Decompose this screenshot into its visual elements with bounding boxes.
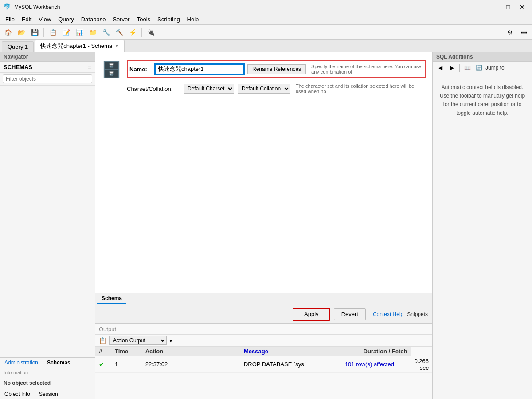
name-row: Name: Rename References Specify the name… xyxy=(127,60,426,78)
sql-nav-icon2[interactable]: 🔄 xyxy=(474,63,484,72)
menu-scripting[interactable]: Scripting xyxy=(154,15,184,23)
schemas-header: SCHEMAS ≡ xyxy=(0,62,95,73)
settings-icon[interactable]: ⚙ xyxy=(504,27,516,38)
toolbar-btn-5[interactable]: 🔧 xyxy=(100,27,112,38)
sql-nav-icon1[interactable]: 📖 xyxy=(462,63,472,72)
menu-query[interactable]: Query xyxy=(55,15,77,23)
output-dropdown-icon[interactable]: ▾ xyxy=(169,337,172,344)
row-time: 22:37:02 xyxy=(142,356,240,373)
menu-bar: File Edit View Query Database Server Too… xyxy=(0,14,532,25)
toolbar-separator-2 xyxy=(141,28,142,37)
schema-db-icon: 🗄️ xyxy=(102,60,121,79)
filter-input[interactable] xyxy=(3,74,92,83)
menu-database[interactable]: Database xyxy=(78,15,110,23)
collation-select[interactable]: Default Collation xyxy=(238,84,290,94)
no-object-label: No object selected xyxy=(0,377,95,389)
schema-top: 🗄️ Name: Rename References Specify the n… xyxy=(100,57,428,98)
charset-select[interactable]: Default Charset xyxy=(184,84,234,94)
apply-button[interactable]: Apply xyxy=(293,308,330,321)
rename-references-button[interactable]: Rename References xyxy=(247,64,306,74)
row-action: DROP DATABASE `sys` xyxy=(240,356,341,373)
col-message: Message xyxy=(240,347,341,356)
output-area: Output 📋 Action Output ▾ # Time Action M… xyxy=(95,324,432,399)
toolbar: 🏠 📂 💾 📋 📝 📊 📁 🔧 🔨 ⚡ 🔌 ⚙ ▪▪▪ xyxy=(0,25,532,40)
output-header: Output xyxy=(95,324,432,335)
layout-buttons[interactable]: ▪▪▪ xyxy=(518,27,530,38)
app-icon: 🐬 xyxy=(4,3,12,11)
row-message: 101 row(s) affected xyxy=(341,356,411,373)
tab-schema[interactable]: 快速念咒chapter1 - Schema ✕ xyxy=(35,40,125,52)
output-divider xyxy=(122,329,425,329)
sql-nav: ◀ ▶ 📖 🔄 Jump to xyxy=(433,62,532,74)
tab-schema-close[interactable]: ✕ xyxy=(115,43,119,49)
col-hash: # xyxy=(95,347,111,356)
menu-file[interactable]: File xyxy=(2,15,18,23)
sql-nav-next[interactable]: ▶ xyxy=(447,63,457,72)
sql-nav-prev[interactable]: ◀ xyxy=(435,63,445,72)
schema-bottom-tabs: Schema xyxy=(95,293,432,305)
schemas-label: SCHEMAS xyxy=(4,64,32,70)
menu-tools[interactable]: Tools xyxy=(133,15,154,23)
row-status: ✔ xyxy=(95,356,111,373)
toolbar-home[interactable]: 🏠 xyxy=(2,27,14,38)
schemas-tab[interactable]: Schemas xyxy=(43,358,75,368)
schema-form: Name: Rename References Specify the name… xyxy=(127,60,426,95)
toolbar-btn-2[interactable]: 📝 xyxy=(60,27,72,38)
sidebar: Navigator SCHEMAS ≡ Administration Schem… xyxy=(0,52,95,399)
menu-help[interactable]: Help xyxy=(184,15,203,23)
charset-label: Charset/Collation: xyxy=(127,86,180,92)
table-row: ✔ 1 22:37:02 DROP DATABASE `sys` 101 row… xyxy=(95,356,432,373)
toolbar-btn-8[interactable]: 🔌 xyxy=(145,27,157,38)
filter-box xyxy=(0,73,95,86)
toolbar-btn-4[interactable]: 📁 xyxy=(86,27,99,38)
jump-to-label: Jump to xyxy=(485,65,505,71)
minimize-button[interactable]: — xyxy=(488,3,500,12)
menu-server[interactable]: Server xyxy=(109,15,133,23)
tab-query1[interactable]: Query 1 xyxy=(2,41,34,52)
menu-view[interactable]: View xyxy=(35,15,55,23)
output-controls: 📋 Action Output ▾ xyxy=(95,335,432,347)
close-button[interactable]: ✕ xyxy=(516,3,528,12)
schemas-menu-icon[interactable]: ≡ xyxy=(88,63,91,70)
output-table: # Time Action Message Duration / Fetch ✔… xyxy=(95,347,432,373)
session-tab[interactable]: Session xyxy=(35,389,63,399)
schema-tab-item[interactable]: Schema xyxy=(97,294,126,304)
output-copy-icon[interactable]: 📋 xyxy=(99,337,106,344)
row-duration: 0.266 sec xyxy=(411,356,432,373)
app-title: MySQL Workbench xyxy=(14,4,488,10)
col-time: Time xyxy=(111,347,142,356)
snippets-link[interactable]: Snippets xyxy=(407,311,428,317)
information-section: Information xyxy=(0,368,95,377)
sql-help-text: Automatic context help is disabled. Use … xyxy=(433,74,532,126)
revert-button[interactable]: Revert xyxy=(334,308,366,320)
toolbar-open[interactable]: 📂 xyxy=(15,27,27,38)
toolbar-separator-1 xyxy=(43,28,44,37)
content-area: 🗄️ Name: Rename References Specify the n… xyxy=(95,52,432,399)
object-info-tab[interactable]: Object Info xyxy=(0,389,35,399)
sql-nav-separator xyxy=(459,64,460,72)
toolbar-btn-7[interactable]: ⚡ xyxy=(126,27,139,38)
title-bar: 🐬 MySQL Workbench — □ ✕ xyxy=(0,0,532,14)
toolbar-btn-3[interactable]: 📊 xyxy=(73,27,86,38)
output-table-header: # Time Action Message Duration / Fetch xyxy=(95,347,432,356)
tab-bar: Query 1 快速念咒chapter1 - Schema ✕ xyxy=(0,40,532,52)
main-area: Navigator SCHEMAS ≡ Administration Schem… xyxy=(0,52,532,399)
toolbar-btn-1[interactable]: 📋 xyxy=(47,27,59,38)
toolbar-save[interactable]: 💾 xyxy=(28,27,41,38)
maximize-button[interactable]: □ xyxy=(502,3,514,12)
charset-row: Charset/Collation: Default Charset Defau… xyxy=(127,82,426,95)
sidebar-bottom-tabs: Object Info Session xyxy=(0,389,95,399)
toolbar-btn-6[interactable]: 🔨 xyxy=(113,27,125,38)
schema-name-input[interactable] xyxy=(155,64,244,74)
name-help-text: Specify the name of the schema here. You… xyxy=(309,63,423,75)
schema-editor: 🗄️ Name: Rename References Specify the n… xyxy=(95,52,432,293)
menu-edit[interactable]: Edit xyxy=(18,15,35,23)
row-number: 1 xyxy=(111,356,142,373)
tab-schema-label: 快速念咒chapter1 - Schema xyxy=(40,42,112,50)
col-action: Action xyxy=(142,347,240,356)
window-controls: — □ ✕ xyxy=(488,3,528,12)
context-help-link[interactable]: Context Help xyxy=(373,311,403,317)
output-type-select[interactable]: Action Output xyxy=(109,336,167,345)
navigator-header: Navigator xyxy=(0,52,95,62)
administration-tab[interactable]: Administration xyxy=(0,358,43,368)
